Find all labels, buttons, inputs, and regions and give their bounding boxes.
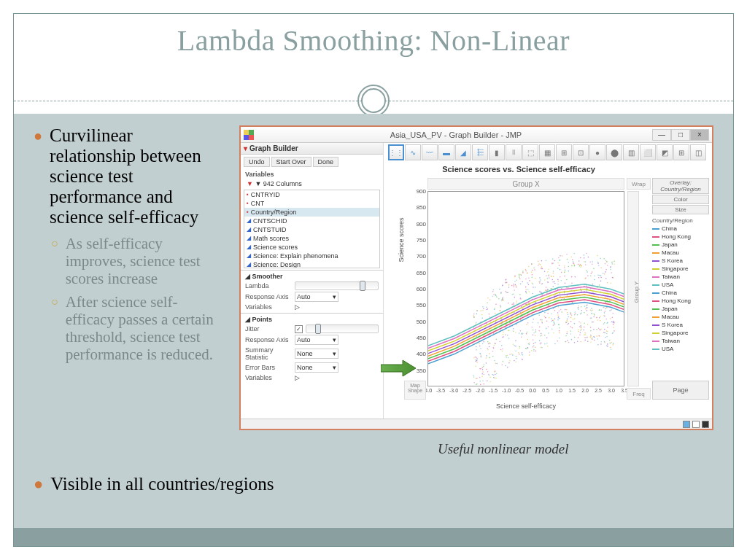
group-x-dropzone[interactable]: Group X — [427, 178, 624, 190]
lambda-slider[interactable] — [295, 281, 379, 290]
variable-item[interactable]: ▪Country/Region — [244, 208, 379, 217]
lambda-row: Lambda — [241, 281, 383, 291]
legend-item[interactable]: Japan — [652, 241, 709, 249]
svg-point-724 — [549, 277, 550, 279]
variable-item[interactable]: ◢Math scores — [244, 234, 379, 243]
chart-type-button[interactable]: ⬤ — [606, 144, 622, 160]
svg-point-646 — [591, 338, 592, 340]
status-icon[interactable] — [692, 421, 700, 428]
svg-point-390 — [553, 276, 554, 277]
chart-type-button[interactable]: ⬚ — [522, 144, 538, 160]
size-dropzone[interactable]: Size — [652, 205, 709, 214]
slider-thumb[interactable] — [315, 324, 321, 334]
svg-point-524 — [565, 282, 566, 284]
chart-type-button[interactable]: ▥ — [623, 144, 639, 160]
legend-item[interactable]: China — [652, 225, 709, 233]
group-y-dropzone[interactable]: Group Y — [627, 191, 639, 386]
svg-point-500 — [541, 322, 543, 324]
svg-point-872 — [597, 262, 599, 263]
chart-type-button[interactable]: ▦ — [539, 144, 555, 160]
expand-icon[interactable]: ▷ — [295, 374, 300, 381]
minimize-button[interactable]: — — [652, 129, 671, 141]
svg-point-345 — [486, 357, 487, 359]
section-header[interactable]: ▾Graph Builder — [241, 143, 383, 155]
done-button[interactable]: Done — [313, 157, 339, 167]
status-icon[interactable]: ▾ — [702, 421, 709, 428]
variable-item[interactable]: ◢Science scores — [244, 243, 379, 252]
slider-thumb[interactable] — [360, 281, 365, 291]
map-shape-dropzone[interactable]: MapShape — [404, 381, 426, 400]
variables-list[interactable]: ▪CNTRYID▪CNT▪Country/Region◢CNTSCHID◢CNT… — [244, 190, 380, 268]
points-header[interactable]: ◢ Points — [241, 315, 383, 324]
undo-button[interactable]: Undo — [244, 157, 270, 167]
chart-type-button[interactable]: ∿ — [405, 144, 421, 160]
legend-item[interactable]: Singapore — [652, 265, 709, 273]
chart-type-button[interactable]: ⊞ — [556, 144, 572, 160]
response-axis-select[interactable]: Auto▾ — [295, 335, 338, 345]
error-bars-select[interactable]: None▾ — [295, 362, 338, 373]
svg-point-197 — [572, 327, 573, 329]
svg-point-186 — [561, 272, 562, 273]
chart-type-button[interactable]: ⬱ — [472, 144, 488, 160]
chart-type-button[interactable]: 〰 — [422, 144, 438, 160]
variable-item[interactable]: ◢Science: Design — [244, 260, 379, 268]
jitter-slider[interactable] — [306, 324, 379, 333]
chart-type-button[interactable]: ⬜ — [640, 144, 656, 160]
svg-point-126 — [483, 384, 484, 385]
window-titlebar[interactable]: Asia_USA_PV - Graph Builder - JMP — □ × — [241, 127, 712, 143]
legend-item[interactable]: Taiwan — [652, 273, 709, 281]
variable-item[interactable]: ◢CNTSTUID — [244, 225, 379, 234]
start-over-button[interactable]: Start Over — [271, 157, 311, 167]
freq-dropzone[interactable]: Freq — [627, 388, 651, 400]
expand-icon[interactable]: ▷ — [295, 303, 300, 311]
legend-item[interactable]: Macau — [652, 249, 709, 257]
legend-item[interactable]: USA — [652, 281, 709, 289]
status-icon[interactable] — [683, 421, 690, 428]
smoother-header[interactable]: ◢ Smoother — [241, 272, 383, 281]
variable-item[interactable]: ▪CNT — [244, 199, 379, 208]
chart-type-button[interactable]: ⋮⋮ — [388, 144, 404, 160]
svg-point-826 — [546, 260, 547, 262]
legend-item[interactable]: Hong Kong — [652, 233, 709, 241]
legend-item[interactable]: China — [652, 289, 709, 297]
columns-count[interactable]: ▼ ▼ 942 Columns — [241, 179, 383, 188]
jitter-checkbox[interactable]: ✓ — [295, 325, 303, 333]
variable-item[interactable]: ▪CNTRYID — [244, 190, 379, 199]
chart-type-button[interactable]: ▬ — [438, 144, 454, 160]
scatter-plot[interactable] — [427, 191, 624, 386]
svg-point-196 — [570, 321, 572, 322]
legend-item[interactable]: Hong Kong — [652, 297, 709, 305]
svg-point-434 — [605, 297, 606, 298]
legend-item[interactable]: Singapore — [652, 329, 709, 337]
chart-type-button[interactable]: ● — [589, 144, 605, 160]
svg-point-69 — [557, 319, 559, 321]
y-tick: 750 — [417, 237, 426, 244]
svg-point-833 — [551, 329, 553, 330]
legend-item[interactable]: Japan — [652, 305, 709, 313]
maximize-button[interactable]: □ — [671, 129, 690, 141]
legend-item[interactable]: S Korea — [652, 257, 709, 265]
variable-item[interactable]: ◢Science: Explain phenomena — [244, 252, 379, 260]
chart-type-button[interactable]: ◢ — [455, 144, 471, 160]
legend-item[interactable]: Macau — [652, 313, 709, 321]
color-dropzone[interactable]: Color — [652, 195, 709, 204]
disclosure-triangle-icon[interactable]: ▾ — [244, 144, 247, 152]
svg-point-637 — [580, 322, 581, 324]
legend-item[interactable]: Taiwan — [652, 337, 709, 345]
chart-type-button[interactable]: ⊞ — [673, 144, 689, 160]
chart-type-button[interactable]: ◩ — [657, 144, 673, 160]
summary-select[interactable]: None▾ — [295, 349, 338, 359]
chart-type-button[interactable]: ⫴ — [506, 144, 522, 160]
close-button[interactable]: × — [690, 129, 709, 141]
legend-item[interactable]: S Korea — [652, 321, 709, 329]
page-dropzone[interactable]: Page — [652, 381, 709, 400]
chart-type-button[interactable]: ◫ — [690, 144, 706, 160]
response-axis-select[interactable]: Auto▾ — [295, 292, 338, 302]
legend-item[interactable]: USA — [652, 345, 709, 353]
svg-point-224 — [611, 309, 612, 311]
variable-item[interactable]: ◢CNTSCHID — [244, 217, 379, 225]
chart-type-button[interactable]: ⊡ — [573, 144, 589, 160]
wrap-dropzone[interactable]: Wrap — [627, 178, 651, 190]
svg-point-46 — [527, 282, 528, 284]
chart-type-button[interactable]: ▮ — [489, 144, 505, 160]
